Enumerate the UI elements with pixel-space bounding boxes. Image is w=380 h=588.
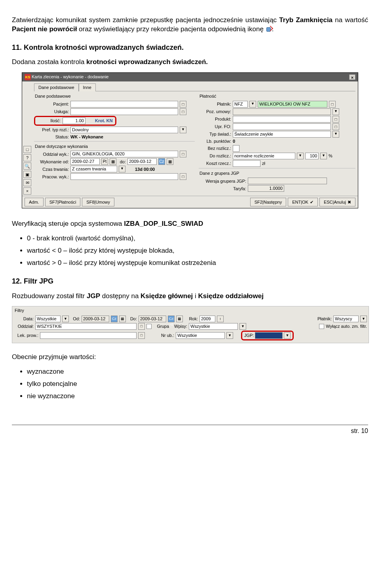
bezr-checkbox[interactable]: [233, 145, 239, 152]
side-button[interactable]: ▣: [23, 171, 31, 178]
lek-field[interactable]: [40, 332, 137, 339]
date-button[interactable]: Pt: [101, 158, 108, 165]
dorozl-field[interactable]: normalne rozliczenie: [233, 153, 295, 159]
calendar-icon[interactable]: ▦: [167, 158, 173, 165]
cz-plus-button[interactable]: Cz: +0: [168, 316, 175, 322]
dropdown-icon[interactable]: ▼: [332, 131, 339, 138]
group-pay-title: Płatność: [199, 93, 355, 100]
oddzial-field[interactable]: WSZYSTKIE: [35, 323, 137, 330]
cz-button[interactable]: Cz: [158, 158, 165, 165]
oddzial-field[interactable]: GIN, GINEKOLOGIA, 0020: [70, 151, 178, 157]
platnik-short-field[interactable]: NFZ: [233, 101, 248, 108]
ent-ok-button[interactable]: ENT|OK ✔: [288, 198, 318, 206]
dropdown-icon[interactable]: ▼: [62, 316, 69, 322]
check-icon: ✔: [310, 199, 314, 205]
side-button[interactable]: 🔍: [23, 163, 31, 170]
sf2-button[interactable]: SF2|Następny: [250, 198, 287, 206]
typs-field[interactable]: Świadczenie zwykłe: [233, 131, 331, 138]
data-field[interactable]: Wszystkie: [35, 316, 61, 322]
side-button[interactable]: □: [23, 146, 31, 153]
lookup-button[interactable]: □: [332, 116, 339, 123]
duration-value: 13d 00:00: [135, 166, 155, 172]
text: Weryfikacją steruje opcja systemowa: [12, 220, 124, 227]
option-name: IZBA_DOP_ILSC_SWIAD: [124, 220, 203, 227]
platnik-long-field[interactable]: WIELKOPOLSKI OW NFZ: [258, 101, 327, 108]
dropdown-icon[interactable]: ▼: [284, 332, 291, 339]
lookup-button[interactable]: □: [180, 101, 186, 108]
list-item: wartość > 0 – ilość przy której występuj…: [27, 259, 368, 268]
pref-field[interactable]: Dowolny: [70, 127, 178, 133]
jgp-label: JGP:: [244, 333, 254, 338]
oddzial-checkbox[interactable]: [146, 324, 152, 329]
tab-inne[interactable]: Inne: [79, 83, 96, 91]
lookup-button[interactable]: □: [138, 332, 145, 339]
pacjent-label: Pacjent:: [34, 101, 69, 107]
lookup-button[interactable]: □: [332, 123, 339, 130]
esc-cancel-button[interactable]: ESC|Anuluj ✖: [319, 198, 355, 206]
dropdown-icon[interactable]: ▼: [226, 332, 233, 339]
section-11-intro: Dodana została kontrola krotności wprowa…: [12, 58, 368, 67]
dropdown-icon[interactable]: ▼: [249, 101, 256, 108]
dropdown-icon[interactable]: ▼: [320, 153, 327, 159]
usluga-field[interactable]: [70, 108, 178, 115]
dropdown-icon[interactable]: ▼: [297, 153, 304, 159]
filter-panel: Filtry Data: Wszystkie▼ Od: 2009-03-12 C…: [12, 306, 369, 343]
od-field[interactable]: 2009-03-12: [82, 316, 109, 322]
czas-field[interactable]: Z czasem trwania: [70, 166, 117, 172]
dropdown-icon[interactable]: ▼: [332, 108, 339, 115]
wykod-label: Wykonanie od:: [34, 159, 69, 165]
text: Rozbudowany został filtr: [12, 292, 87, 300]
dropdown-icon[interactable]: ▼: [360, 316, 367, 322]
jgp-field[interactable]: [255, 332, 283, 339]
nrub-field[interactable]: Wszystkie: [176, 332, 225, 339]
text: na wartość: [332, 16, 368, 24]
sf7-button[interactable]: SF7|Płatności: [45, 198, 81, 206]
pracow-field[interactable]: [70, 173, 178, 180]
wylacz-checkbox[interactable]: [319, 324, 324, 329]
wykdo-field[interactable]: 2009-03-12: [127, 158, 157, 165]
group-basic-title: Dane podstawowe: [34, 93, 195, 100]
close-icon[interactable]: ×: [349, 74, 355, 80]
side-button[interactable]: ✉: [23, 179, 31, 186]
bold-text: JGP: [87, 292, 100, 300]
rok-spin[interactable]: ↕: [217, 316, 224, 322]
wykod-field[interactable]: 2009-02-27: [70, 158, 100, 165]
uprfo-field[interactable]: [233, 123, 331, 130]
lookup-button[interactable]: □: [138, 323, 145, 330]
adm-button[interactable]: Adm.: [25, 198, 44, 206]
intro-paragraph: Zatwierdzając komunikat system zamknie p…: [12, 16, 368, 34]
tab-dane-podstawowe[interactable]: Dane podstawowe: [34, 83, 79, 91]
grupa-label: Grupa: [153, 323, 169, 329]
platnik-field[interactable]: Wszyscy: [333, 316, 359, 322]
sf8-button[interactable]: SF8|Umowy: [82, 198, 114, 206]
lookup-button[interactable]: □: [180, 108, 186, 115]
dropdown-icon[interactable]: ▼: [119, 166, 125, 172]
pozumowy-field[interactable]: [233, 108, 331, 115]
lbp-label: Lb. punktów:: [199, 138, 231, 144]
data-label: Data:: [14, 316, 34, 322]
pacjent-field[interactable]: [70, 101, 178, 108]
lookup-button[interactable]: □: [329, 101, 336, 108]
wersja-field: [248, 178, 327, 184]
side-button[interactable]: ?: [23, 154, 31, 161]
lookup-button[interactable]: □: [180, 173, 186, 180]
koszt-field[interactable]: [233, 160, 260, 167]
dorozl-pct-field[interactable]: 100: [305, 153, 319, 159]
dropdown-icon[interactable]: ▼: [239, 323, 246, 330]
pct-label: %: [329, 153, 332, 159]
dropdown-icon[interactable]: ▼: [180, 127, 186, 133]
calendar-icon[interactable]: ▦: [110, 158, 116, 165]
page-footer: str. 10: [12, 425, 368, 435]
status-label: Status:: [34, 134, 69, 140]
side-button[interactable]: ×: [23, 187, 31, 195]
calendar-icon[interactable]: ▦: [176, 316, 183, 322]
ilosc-field[interactable]: 1.00: [63, 117, 86, 124]
cz-button[interactable]: Cz: [111, 316, 118, 322]
dialog-tabs: Dane podstawowe Inne: [34, 83, 355, 91]
calendar-icon[interactable]: ▦: [119, 316, 126, 322]
rok-field[interactable]: 2009: [200, 316, 215, 322]
do-field[interactable]: 2009-03-12: [139, 316, 166, 322]
lookup-button[interactable]: □: [180, 151, 186, 157]
wpisy-field[interactable]: Wszystkie: [189, 323, 238, 330]
produkt-field[interactable]: [233, 116, 331, 123]
